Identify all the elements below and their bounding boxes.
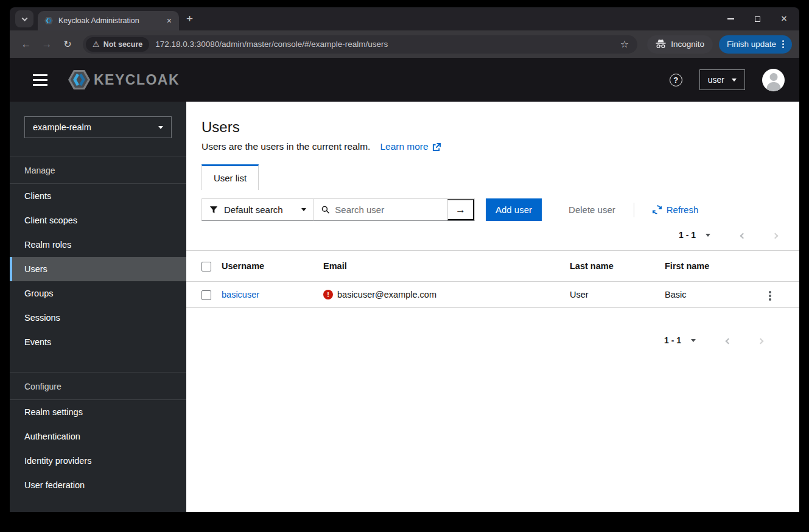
next-page-icon[interactable]	[758, 335, 763, 346]
previous-page-icon[interactable]	[726, 335, 730, 346]
bookmark-star-icon[interactable]: ☆	[617, 38, 632, 50]
reload-icon[interactable]: ↻	[58, 35, 77, 54]
table-row: basicuser ! basicuser@example.com User B…	[186, 282, 799, 308]
sidebar-item-authentication[interactable]: Authentication	[10, 424, 186, 449]
browser-tab-strip: Keycloak Administration × + ×	[10, 7, 799, 30]
sidebar-item-clients[interactable]: Clients	[10, 184, 186, 208]
sidebar-item-realm-settings[interactable]: Realm settings	[10, 400, 186, 424]
email-value: basicuser@example.com	[337, 290, 436, 299]
incognito-badge: Incognito	[647, 35, 713, 54]
back-icon[interactable]: ←	[17, 35, 35, 54]
col-first-name: First name	[665, 251, 765, 282]
previous-page-icon[interactable]	[741, 229, 745, 240]
warning-icon: ⚠	[93, 40, 100, 49]
finish-update-button[interactable]: Finish update	[719, 35, 792, 54]
pagination-bottom: 1 - 1	[186, 327, 799, 353]
maximize-button[interactable]	[753, 15, 762, 23]
forward-icon[interactable]: →	[38, 35, 56, 54]
search-input-wrap	[314, 205, 447, 215]
pagination-dropdown-icon[interactable]	[691, 339, 696, 342]
incognito-label: Incognito	[671, 40, 704, 49]
email-unverified-icon: !	[323, 290, 333, 299]
chevron-down-icon	[301, 208, 306, 211]
learn-more-link[interactable]: Learn more	[380, 141, 441, 152]
pagination-dropdown-icon[interactable]	[706, 234, 710, 237]
user-dropdown[interactable]: user	[699, 69, 745, 90]
chevron-down-icon	[21, 15, 27, 21]
finish-update-label: Finish update	[727, 40, 776, 49]
sidebar-item-groups[interactable]: Groups	[10, 281, 186, 306]
sidebar-item-users[interactable]: Users	[10, 257, 186, 281]
first-name-value: Basic	[665, 282, 765, 308]
sidebar-item-sessions[interactable]: Sessions	[10, 306, 186, 330]
not-secure-label: Not secure	[103, 40, 143, 49]
browser-window: Keycloak Administration × + × ← → ↻ ⚠ No…	[10, 7, 799, 512]
sidebar-item-client-scopes[interactable]: Client scopes	[10, 208, 186, 233]
keycloak-masthead: KEYCLOAK ? user	[10, 58, 799, 102]
realm-selector[interactable]: example-realm	[24, 116, 172, 138]
chevron-down-icon	[732, 79, 737, 82]
sidebar-item-events[interactable]: Events	[10, 330, 186, 354]
browser-toolbar: ← → ↻ ⚠ Not secure 172.18.0.3:30080/admi…	[10, 30, 799, 58]
delete-user-button[interactable]: Delete user	[559, 198, 625, 221]
main-content: Users Users are the users in the current…	[186, 102, 799, 512]
sidebar-section-manage: Manage	[10, 156, 186, 183]
learn-more-label: Learn more	[380, 141, 428, 152]
sidebar-item-identity-providers[interactable]: Identity providers	[10, 449, 186, 473]
page-title: Users	[201, 119, 799, 136]
search-type-value: Default search	[224, 205, 283, 215]
sidebar-item-realm-roles[interactable]: Realm roles	[10, 233, 186, 257]
next-page-icon[interactable]	[773, 229, 777, 240]
select-all-checkbox[interactable]	[201, 262, 211, 271]
sidebar-item-user-federation[interactable]: User federation	[10, 473, 186, 497]
tab-close-icon[interactable]: ×	[164, 15, 174, 26]
close-button[interactable]: ×	[780, 15, 788, 23]
search-submit-button[interactable]: →	[447, 199, 474, 220]
search-input[interactable]	[335, 205, 440, 215]
users-toolbar: Default search → Add user Delete user	[201, 198, 799, 221]
last-name-value: User	[570, 282, 665, 308]
tab-user-list[interactable]: User list	[201, 164, 259, 190]
row-checkbox[interactable]	[201, 290, 211, 300]
incognito-icon	[656, 40, 666, 49]
address-bar[interactable]: ⚠ Not secure 172.18.0.3:30080/admin/mast…	[83, 35, 637, 54]
search-icon	[321, 205, 329, 214]
realm-selector-value: example-realm	[33, 122, 91, 132]
browser-tab[interactable]: Keycloak Administration ×	[38, 11, 179, 30]
help-icon[interactable]: ?	[670, 74, 682, 86]
user-dropdown-label: user	[708, 75, 724, 85]
users-table: Username Email Last name First name basi…	[186, 250, 799, 308]
external-link-icon	[432, 142, 441, 152]
pagination-top: 1 - 1	[186, 222, 799, 248]
nav-toggle-icon[interactable]	[33, 74, 47, 86]
pagination-range: 1 - 1	[664, 335, 681, 345]
pagination-range: 1 - 1	[679, 230, 696, 240]
col-username: Username	[222, 251, 323, 282]
sidebar-section-configure: Configure	[10, 373, 186, 399]
refresh-button[interactable]: Refresh	[653, 205, 699, 215]
brand-text: KEYCLOAK	[94, 72, 180, 88]
keycloak-logo-icon	[66, 68, 93, 92]
col-email: Email	[323, 251, 570, 282]
avatar[interactable]	[762, 69, 785, 91]
tab-title: Keycloak Administration	[58, 16, 159, 25]
url-text: 172.18.0.3:30080/admin/master/console/#/…	[155, 40, 617, 49]
username-link[interactable]: basicuser	[222, 290, 259, 299]
tab-search-button[interactable]	[15, 10, 33, 27]
filter-icon	[209, 206, 218, 214]
page-subtitle: Users are the users in the current realm…	[201, 141, 370, 152]
masthead-actions: ? user	[670, 69, 785, 91]
not-secure-chip[interactable]: ⚠ Not secure	[86, 37, 149, 52]
tab-bar: User list	[201, 164, 799, 190]
refresh-label: Refresh	[667, 205, 699, 215]
divider	[634, 203, 634, 217]
row-actions-kebab-icon[interactable]	[765, 287, 775, 304]
refresh-icon	[653, 205, 662, 214]
add-user-button[interactable]: Add user	[486, 198, 542, 221]
keycloak-logo: KEYCLOAK	[66, 68, 180, 92]
new-tab-button[interactable]: +	[186, 12, 193, 26]
keycloak-favicon	[44, 16, 54, 26]
minimize-button[interactable]	[726, 15, 735, 23]
search-type-dropdown[interactable]: Default search	[201, 198, 314, 221]
search-group: →	[314, 198, 475, 221]
